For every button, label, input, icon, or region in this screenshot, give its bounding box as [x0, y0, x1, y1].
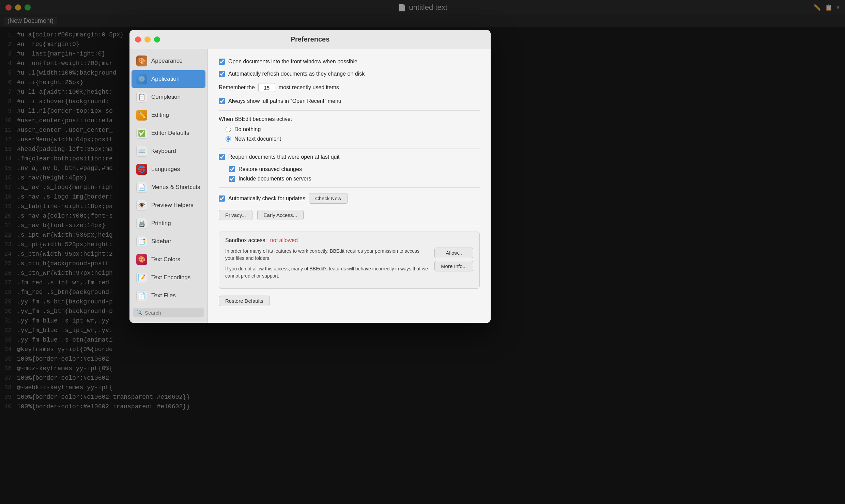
sidebar-item-appearance[interactable]: 🎨Appearance: [132, 52, 205, 70]
sidebar-icon-menus-shortcuts: 📄: [136, 182, 147, 193]
separator-4: [219, 226, 480, 226]
sidebar-item-editor-defaults[interactable]: ✅Editor Defaults: [132, 124, 205, 142]
sidebar-icon-languages: 🌐: [136, 164, 147, 175]
sidebar-item-printing[interactable]: 🖨️Printing: [132, 215, 205, 232]
new-text-doc-label: New text document: [234, 136, 281, 142]
sidebar-item-text-encodings[interactable]: 📝Text Encodings: [132, 269, 205, 286]
sidebar-icon-editor-defaults: ✅: [136, 128, 147, 139]
sidebar-item-label-text-files: Text Files: [151, 292, 176, 299]
auto-check-row: Automatically check for updates Check No…: [219, 193, 480, 204]
do-nothing-row: Do nothing: [226, 126, 480, 132]
restore-unsaved-checkbox[interactable]: [229, 166, 235, 172]
remember-count-input[interactable]: [258, 83, 275, 92]
sidebar-item-label-application: Application: [151, 76, 180, 82]
sandbox-text: In order for many of its features to wor…: [225, 248, 429, 283]
sidebar-item-label-appearance: Appearance: [151, 58, 183, 64]
prefs-max-btn[interactable]: [154, 36, 160, 43]
sidebar-icon-text-colors: 🎨: [136, 254, 147, 265]
sidebar-item-label-completion: Completion: [151, 94, 181, 100]
sidebar-items-list: 🎨Appearance⚙️Application📋Completion✏️Edi…: [129, 52, 208, 305]
do-nothing-label: Do nothing: [234, 126, 261, 132]
open-docs-label: Open documents into the front window whe…: [228, 59, 357, 65]
sidebar-item-label-menus-shortcuts: Menus & Shortcuts: [151, 184, 200, 191]
restore-defaults-button[interactable]: Restore Defaults: [219, 296, 270, 306]
auto-check-checkbox[interactable]: [219, 195, 225, 202]
allow-button[interactable]: Allow...: [434, 248, 473, 258]
include-servers-checkbox[interactable]: [229, 176, 235, 182]
check-now-button[interactable]: Check Now: [309, 193, 348, 204]
sidebar-item-menus-shortcuts[interactable]: 📄Menus & Shortcuts: [132, 178, 205, 196]
full-paths-checkbox[interactable]: [219, 98, 225, 104]
sidebar-icon-editing: ✏️: [136, 110, 147, 121]
prefs-content-panel: Open documents into the front window whe…: [208, 49, 491, 323]
include-servers-row: Include documents on servers: [229, 176, 480, 182]
do-nothing-radio[interactable]: [226, 127, 231, 132]
sidebar-item-completion[interactable]: 📋Completion: [132, 88, 205, 106]
sandbox-buttons: Allow... More Info...: [434, 248, 473, 283]
sidebar-item-label-editor-defaults: Editor Defaults: [151, 130, 189, 137]
sidebar-search-area: 🔍: [129, 305, 208, 320]
new-text-doc-radio[interactable]: [226, 136, 231, 142]
sidebar-icon-text-files: 📄: [136, 290, 147, 301]
sandbox-desc-2: If you do not allow this access, many of…: [225, 265, 429, 280]
sidebar-icon-keyboard: ⌨️: [136, 146, 147, 157]
sidebar-item-application[interactable]: ⚙️Application: [132, 70, 205, 88]
preferences-dialog: Preferences 🎨Appearance⚙️Application📋Com…: [129, 30, 491, 323]
open-docs-row: Open documents into the front window whe…: [219, 59, 480, 65]
search-input[interactable]: [145, 310, 201, 316]
sidebar-item-editing[interactable]: ✏️Editing: [132, 106, 205, 124]
prefs-body: 🎨Appearance⚙️Application📋Completion✏️Edi…: [129, 49, 491, 323]
sandbox-content-wrap: In order for many of its features to wor…: [225, 248, 473, 283]
auto-refresh-label: Automatically refresh documents as they …: [228, 71, 365, 77]
sidebar-item-text-files[interactable]: 📄Text Files: [132, 287, 205, 304]
reopen-docs-checkbox[interactable]: [219, 154, 225, 160]
sidebar-item-preview-helpers[interactable]: 👁️Preview Helpers: [132, 196, 205, 214]
separator-2: [219, 148, 480, 148]
sidebar-icon-appearance: 🎨: [136, 56, 147, 66]
auto-refresh-checkbox[interactable]: [219, 71, 225, 77]
remember-pre-label: Remember the: [219, 84, 255, 91]
prefs-titlebar: Preferences: [129, 30, 491, 49]
privacy-button[interactable]: Privacy...: [219, 210, 252, 220]
sidebar-item-label-printing: Printing: [151, 220, 171, 227]
open-docs-checkbox[interactable]: [219, 59, 225, 65]
sidebar-icon-text-encodings: 📝: [136, 272, 147, 283]
sandbox-status: not allowed: [270, 237, 298, 243]
sidebar-item-label-preview-helpers: Preview Helpers: [151, 202, 194, 209]
sidebar-icon-preview-helpers: 👁️: [136, 200, 147, 211]
sandbox-header: Sandbox access: not allowed: [225, 237, 473, 243]
sidebar-item-keyboard[interactable]: ⌨️Keyboard: [132, 142, 205, 160]
sidebar-item-sidebar[interactable]: 📑Sidebar: [132, 233, 205, 250]
prefs-close-btn[interactable]: [135, 36, 141, 43]
new-text-doc-row: New text document: [226, 136, 480, 142]
restore-defaults-row: Restore Defaults: [219, 296, 480, 306]
bbedit-active-label: When BBEdit becomes active:: [219, 116, 480, 122]
sidebar-icon-sidebar: 📑: [136, 236, 147, 247]
sidebar-item-label-editing: Editing: [151, 112, 169, 119]
bbedit-active-radio-group: Do nothing New text document: [226, 126, 480, 142]
search-input-wrap[interactable]: 🔍: [133, 308, 204, 317]
sandbox-desc-1: In order for many of its features to wor…: [225, 248, 429, 262]
sidebar-item-label-text-colors: Text Colors: [151, 256, 180, 263]
include-servers-label: Include documents on servers: [239, 176, 311, 182]
reopen-docs-row: Reopen documents that were open at last …: [219, 154, 480, 160]
reopen-docs-label: Reopen documents that were open at last …: [228, 154, 339, 160]
sidebar-item-label-text-encodings: Text Encodings: [151, 274, 190, 281]
sidebar-item-text-colors[interactable]: 🎨Text Colors: [132, 251, 205, 268]
prefs-min-btn[interactable]: [144, 36, 151, 43]
full-paths-label: Always show full paths in “Open Recent” …: [228, 98, 341, 104]
auto-refresh-row: Automatically refresh documents as they …: [219, 71, 480, 77]
prefs-sidebar: 🎨Appearance⚙️Application📋Completion✏️Edi…: [129, 49, 208, 323]
restore-unsaved-label: Restore unsaved changes: [239, 166, 302, 172]
sidebar-item-label-sidebar: Sidebar: [151, 238, 171, 245]
sidebar-item-label-languages: Languages: [151, 166, 180, 173]
sidebar-item-label-keyboard: Keyboard: [151, 148, 176, 155]
separator-3: [219, 187, 480, 188]
sidebar-icon-application: ⚙️: [136, 74, 147, 84]
early-access-button[interactable]: Early Access...: [257, 210, 304, 220]
sidebar-icon-printing: 🖨️: [136, 218, 147, 229]
remember-row: Remember the most recently used items: [219, 83, 480, 92]
more-info-button[interactable]: More Info...: [434, 261, 473, 271]
full-paths-row: Always show full paths in “Open Recent” …: [219, 98, 480, 104]
sidebar-item-languages[interactable]: 🌐Languages: [132, 160, 205, 178]
